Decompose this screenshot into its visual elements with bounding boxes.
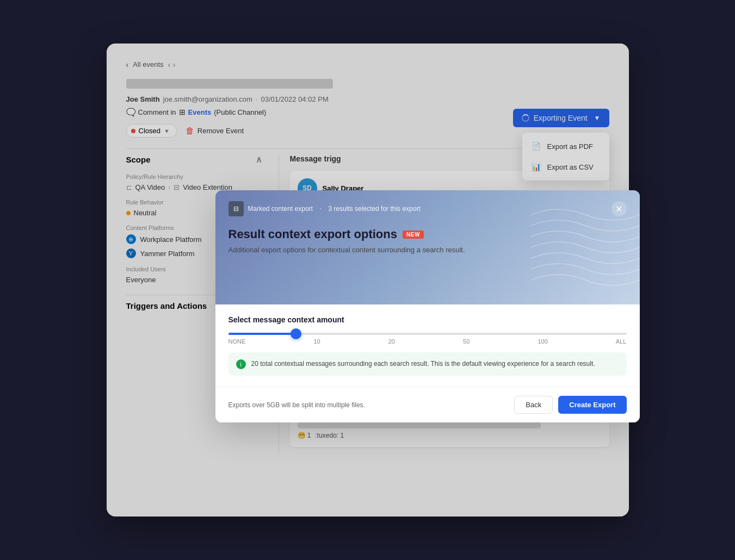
slider-marker-100: 100 bbox=[538, 338, 547, 345]
slider-track bbox=[228, 333, 627, 335]
slider-marker-50: 50 bbox=[463, 338, 470, 345]
modal-header: ⊟ Marked content export · 3 results sele… bbox=[215, 190, 640, 304]
slider-marker-20: 20 bbox=[388, 338, 395, 345]
slider-container[interactable]: NONE 10 20 50 100 ALL bbox=[228, 333, 627, 345]
slider-fill bbox=[228, 333, 296, 335]
slider-label: Select message context amount bbox=[228, 315, 627, 324]
slider-markers: NONE 10 20 50 100 ALL bbox=[228, 338, 627, 345]
export-options-modal: ⊟ Marked content export · 3 results sele… bbox=[215, 190, 640, 422]
source-label: Marked content export bbox=[248, 205, 313, 213]
info-icon: i bbox=[236, 359, 246, 369]
source-icon: ⊟ bbox=[228, 201, 244, 216]
slider-marker-all: ALL bbox=[616, 338, 627, 345]
create-export-button[interactable]: Create Export bbox=[558, 396, 626, 414]
main-card: ‹ All events ‹ › Joe Smith joe.smith@org… bbox=[107, 43, 629, 517]
results-count: 3 results selected for this export bbox=[328, 205, 420, 213]
modal-title: Result context export options bbox=[228, 227, 397, 241]
footer-buttons: Back Create Export bbox=[514, 396, 626, 414]
modal-source-info: ⊟ Marked content export · 3 results sele… bbox=[228, 201, 421, 216]
modal-footer: Exports over 5GB will be split into mult… bbox=[215, 387, 640, 422]
info-box: i 20 total contextual messages surroundi… bbox=[228, 352, 627, 376]
slider-marker-none: NONE bbox=[228, 338, 246, 345]
slider-thumb[interactable] bbox=[291, 328, 301, 339]
source-separator: · bbox=[319, 204, 322, 214]
modal-body: Select message context amount NONE 10 20… bbox=[215, 304, 640, 387]
new-badge: NEW bbox=[403, 231, 424, 239]
slider-marker-10: 10 bbox=[313, 338, 320, 345]
info-text: 20 total contextual messages surrounding… bbox=[251, 359, 595, 369]
back-button[interactable]: Back bbox=[514, 396, 553, 414]
modal-bg-pattern bbox=[531, 190, 640, 304]
footer-note: Exports over 5GB will be split into mult… bbox=[228, 401, 365, 409]
